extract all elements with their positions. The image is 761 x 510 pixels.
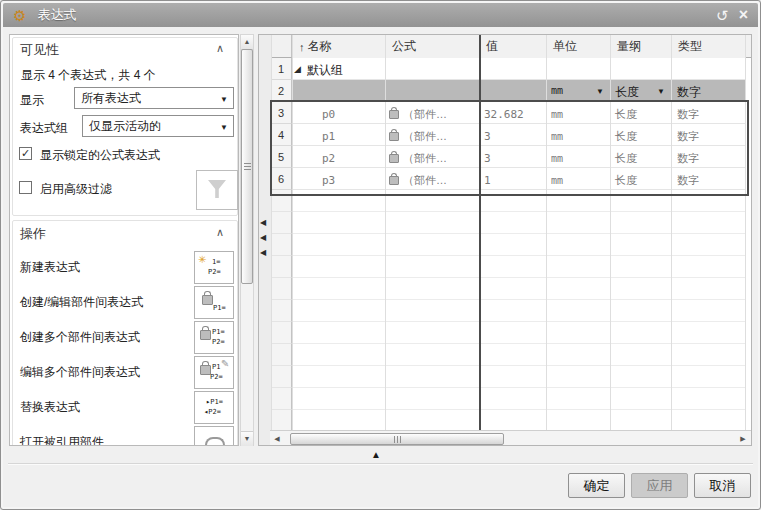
row-number-cell[interactable]: 4 [271, 124, 292, 146]
empty-row[interactable] [292, 410, 745, 432]
expression-group-dropdown[interactable]: 仅显示活动的 ▼ [82, 115, 234, 137]
column-header-name[interactable]: ↑ 名称 [292, 35, 385, 58]
empty-row-number-cell[interactable] [271, 410, 292, 432]
row-number-cell[interactable]: 3 [271, 102, 292, 124]
scrollbar-thumb[interactable] [241, 49, 253, 284]
group-row[interactable]: ◢默认组 [292, 58, 745, 80]
row-insert-arrow-icon[interactable]: ◀ [260, 219, 266, 227]
empty-row-number-cell[interactable] [271, 190, 292, 212]
row-number-cell[interactable]: 2 [271, 80, 292, 102]
empty-row-number-cell[interactable] [271, 366, 292, 388]
empty-row[interactable] [292, 388, 745, 410]
create-edit-interpart-expression-button[interactable]: P1= [194, 286, 234, 319]
expression-unit-cell[interactable]: mm [551, 153, 563, 164]
open-referenced-part-button[interactable] [194, 426, 234, 446]
empty-row-number-cell[interactable] [271, 388, 292, 410]
expression-type-cell[interactable]: 数字 [677, 129, 699, 144]
chevron-down-icon[interactable]: ▼ [596, 87, 604, 96]
empty-row-number-cell[interactable] [271, 278, 292, 300]
chevron-up-icon[interactable]: ∧ [216, 42, 224, 55]
empty-row-number-cell[interactable] [271, 234, 292, 256]
chevron-up-icon[interactable]: ∧ [216, 226, 224, 239]
expression-value-cell[interactable]: 32.682 [484, 108, 524, 121]
expression-row[interactable]: p3（部件…1mm长度数字 [292, 168, 745, 190]
expression-value-cell[interactable]: 3 [484, 130, 491, 143]
dimension-filter-value[interactable]: 长度 [615, 84, 639, 101]
row-insert-arrow-icon[interactable]: ◀ [260, 249, 266, 257]
empty-row[interactable] [292, 344, 745, 366]
row-number-cell[interactable]: 1 [271, 58, 292, 80]
title-bar[interactable]: ⚙ 表达式 ↺ × [3, 3, 758, 27]
show-locked-formula-checkbox[interactable]: ✓ [19, 147, 32, 160]
expression-dimension-cell[interactable]: 长度 [615, 173, 637, 188]
empty-row[interactable] [292, 212, 745, 234]
left-panel-scrollbar[interactable]: ▲ ▼ [240, 34, 254, 446]
column-header-formula[interactable]: 公式 [385, 35, 479, 58]
ok-button[interactable]: 确定 [568, 473, 625, 498]
empty-row[interactable] [292, 300, 745, 322]
empty-row-number-cell[interactable] [271, 300, 292, 322]
empty-row[interactable] [292, 322, 745, 344]
unit-filter-value[interactable]: mm [551, 85, 563, 96]
empty-row[interactable] [292, 234, 745, 256]
column-header-type[interactable]: 类型 [671, 35, 745, 58]
cancel-button[interactable]: 取消 [694, 473, 751, 498]
chevron-down-icon[interactable]: ▼ [657, 87, 665, 96]
dialog-collapse-toggle[interactable]: ▲ [371, 449, 381, 460]
reset-icon[interactable]: ↺ [716, 8, 729, 23]
enable-advanced-filter-checkbox[interactable] [19, 181, 32, 194]
empty-row[interactable] [292, 278, 745, 300]
row-insert-arrow-icon[interactable]: ◀ [260, 234, 266, 242]
empty-row[interactable] [292, 190, 745, 212]
expression-unit-cell[interactable]: mm [551, 175, 563, 186]
header-corner-cell[interactable] [271, 35, 292, 58]
empty-row-number-cell[interactable] [271, 344, 292, 366]
expression-row[interactable]: p0（部件…32.682mm长度数字 [292, 102, 745, 124]
expression-name-cell[interactable]: p1 [322, 130, 335, 143]
filter-row[interactable]: mm▼长度▼数字 [292, 80, 745, 102]
table-horizontal-scrollbar[interactable]: ◀▶ [270, 430, 751, 446]
expression-type-cell[interactable]: 数字 [677, 173, 699, 188]
column-header-value[interactable]: 值 [479, 35, 546, 58]
scroll-left-icon[interactable]: ◀ [270, 432, 284, 446]
scroll-up-icon[interactable]: ▲ [241, 35, 253, 50]
scroll-right-icon[interactable]: ▶ [736, 432, 750, 446]
empty-row[interactable] [292, 256, 745, 278]
scrollbar-thumb[interactable] [290, 433, 504, 445]
expression-formula-cell[interactable]: （部件… [403, 129, 447, 144]
expression-unit-cell[interactable]: mm [551, 109, 563, 120]
type-filter-value[interactable]: 数字 [677, 84, 701, 101]
column-header-dimension[interactable]: 量纲 [610, 35, 671, 58]
close-icon[interactable]: × [739, 7, 748, 23]
create-multiple-interpart-expressions-button[interactable]: P1=P2= [194, 321, 234, 354]
expression-formula-cell[interactable]: （部件… [403, 107, 447, 122]
empty-row-number-cell[interactable] [271, 256, 292, 278]
expression-value-cell[interactable]: 3 [484, 152, 491, 165]
expression-formula-cell[interactable]: （部件… [403, 151, 447, 166]
replace-expression-button[interactable]: ▸P1=◂P2= [194, 391, 234, 424]
expression-dimension-cell[interactable]: 长度 [615, 151, 637, 166]
visibility-section-header[interactable]: 可见性 [20, 41, 59, 59]
row-number-cell[interactable]: 6 [271, 168, 292, 190]
expression-type-cell[interactable]: 数字 [677, 107, 699, 122]
expression-dimension-cell[interactable]: 长度 [615, 129, 637, 144]
scroll-down-icon[interactable]: ▼ [241, 431, 253, 446]
expression-unit-cell[interactable]: mm [551, 131, 563, 142]
new-expression-button[interactable]: ✳1=P2= [194, 251, 234, 284]
expressions-table[interactable]: ↑ 名称公式值单位量纲类型1◢默认组2mm▼长度▼数字3p0（部件…32.682… [258, 34, 752, 446]
advanced-filter-button[interactable] [196, 170, 238, 210]
column-header-unit[interactable]: 单位 [546, 35, 610, 58]
empty-row-number-cell[interactable] [271, 322, 292, 344]
show-dropdown[interactable]: 所有表达式 ▼ [74, 87, 234, 109]
empty-row-number-cell[interactable] [271, 212, 292, 234]
expression-name-cell[interactable]: p3 [322, 174, 335, 187]
expression-name-cell[interactable]: p0 [322, 108, 335, 121]
expression-formula-cell[interactable]: （部件… [403, 173, 447, 188]
row-number-cell[interactable]: 5 [271, 146, 292, 168]
apply-button[interactable]: 应用 [631, 473, 688, 498]
edit-multiple-interpart-expressions-button[interactable]: P1P2=✎ [194, 356, 234, 389]
expression-row[interactable]: p1（部件…3mm长度数字 [292, 124, 745, 146]
operations-section-header[interactable]: 操作 [20, 225, 46, 243]
expression-name-cell[interactable]: p2 [322, 152, 335, 165]
expression-type-cell[interactable]: 数字 [677, 151, 699, 166]
